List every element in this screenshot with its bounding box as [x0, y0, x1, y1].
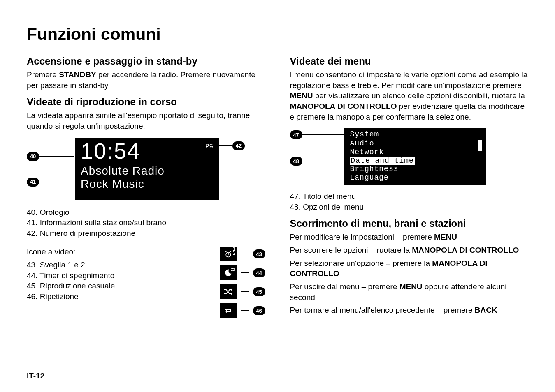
- zz-label: zz: [231, 267, 235, 272]
- menu-option: Network: [350, 148, 476, 157]
- lcd-track-line: Rock Music: [81, 178, 213, 191]
- key-label: BACK: [475, 306, 497, 314]
- paragraph-menu: I menu consentono di impostare le varie …: [290, 69, 529, 122]
- heading-standby: Accensione e passaggio in stand-by: [27, 55, 265, 67]
- lcd-screen: 10:54 P9 Absolute Radio Rock Music: [75, 138, 219, 200]
- key-standby: STANDBY: [59, 70, 96, 79]
- legend-item: 46. Ripetizione: [27, 291, 204, 302]
- instruction-line: Per tornare al menu/all'elenco precedent…: [290, 305, 529, 316]
- callout-bubble: 48: [290, 157, 302, 166]
- callout-line: [241, 291, 249, 292]
- instruction-line: Per selezionare un'opzione – premere la …: [290, 258, 529, 279]
- legend-item: 48. Opzioni del menu: [290, 202, 529, 212]
- icon-row-shuffle: 45: [220, 284, 265, 299]
- callout-line: [39, 156, 74, 157]
- callout-bubble: 44: [253, 268, 265, 277]
- legend-item: 40. Orologio: [27, 207, 265, 218]
- svg-line-3: [230, 251, 231, 252]
- text: Per scorrere le opzioni – ruotare la: [290, 246, 412, 254]
- right-column: Videate dei menu I menu consentono di im…: [290, 55, 529, 318]
- lcd-scrollbar: [478, 139, 482, 182]
- callout-line: [39, 182, 74, 182]
- instruction-line: Per modificare le impostazioni – premere…: [290, 232, 529, 242]
- key-control-knob: MANOPOLA DI CONTROLLO: [290, 102, 397, 111]
- legend-item: 44. Timer di spegnimento: [27, 270, 204, 281]
- legend-item: 43. Sveglia 1 e 2: [27, 260, 204, 270]
- key-menu: MENU: [290, 91, 313, 100]
- shuffle-icon: [220, 284, 237, 299]
- menu-option: Language: [350, 173, 476, 182]
- left-column: Accensione e passaggio in stand-by Preme…: [27, 55, 265, 318]
- text: Per modificare le impostazioni – premere: [290, 233, 434, 241]
- alarm-numbers: 1 2: [233, 247, 236, 255]
- alarm-icon: 1 2: [220, 247, 237, 261]
- callout-42: 42: [210, 141, 245, 150]
- sleep-timer-icon: zz: [220, 265, 237, 280]
- callout-line: [302, 134, 344, 135]
- text: Per selezionare un'opzione – premere la: [290, 259, 432, 267]
- icon-row-repeat: 46: [220, 303, 265, 318]
- heading-menu: Videate dei menu: [290, 55, 529, 67]
- callout-bubble: 43: [253, 249, 265, 258]
- paragraph-standby: Premere STANDBY per accendere la radio. …: [27, 69, 265, 90]
- callout-bubble: 42: [232, 141, 245, 150]
- instruction-line: Per uscire dal menu – premere MENU oppur…: [290, 281, 529, 302]
- callout-41: 41: [27, 178, 74, 187]
- page-footer: IT-12: [27, 371, 44, 380]
- lcd-menu-screen: System Audio Network Date and time Brigh…: [344, 128, 486, 185]
- legend-item: 45. Riproduzione casuale: [27, 281, 204, 291]
- page-title: Funzioni comuni: [27, 25, 528, 44]
- key-label: MANOPOLA DI CONTROLLO: [412, 246, 519, 254]
- lcd-nowplaying-diagram: 10:54 P9 Absolute Radio Rock Music 40 41…: [27, 138, 265, 200]
- heading-nowplaying: Videate di riproduzione in corso: [27, 96, 265, 108]
- instruction-line: Per scorrere le opzioni – ruotare la MAN…: [290, 245, 529, 256]
- callout-40: 40: [27, 152, 74, 161]
- lcd-menu-diagram: System Audio Network Date and time Brigh…: [290, 128, 529, 185]
- icon-row-sleep: zz 44: [220, 265, 265, 280]
- legend-43-46: 43. Sveglia 1 e 2 44. Timer di spegnimen…: [27, 260, 204, 302]
- callout-bubble: 45: [253, 287, 265, 296]
- callout-47: 47: [290, 130, 344, 139]
- legend-item: 42. Numero di preimpostazione: [27, 228, 265, 239]
- legend-item: 41. Informazioni sulla stazione/sul bran…: [27, 217, 265, 228]
- heading-scrolling: Scorrimento di menu, brani e stazioni: [290, 218, 529, 229]
- callout-bubble: 40: [27, 152, 39, 161]
- lcd-station-line: Absolute Radio: [81, 164, 213, 178]
- legend-40-42: 40. Orologio 41. Informazioni sulla staz…: [27, 207, 265, 239]
- scroll-instructions: Per modificare le impostazioni – premere…: [290, 232, 529, 315]
- callout-bubble: 47: [290, 130, 302, 139]
- callout-bubble: 41: [27, 178, 39, 187]
- text: Per tornare al menu/all'elenco precedent…: [290, 306, 475, 314]
- key-label: MENU: [434, 233, 457, 241]
- lcd-menu-title: System: [350, 130, 482, 138]
- icon-column: 1 2 43 zz 44 45: [220, 247, 265, 318]
- menu-option: Brightness: [350, 165, 476, 173]
- legend-item: 47. Titolo del menu: [290, 191, 529, 202]
- menu-option: Audio: [350, 139, 476, 148]
- callout-line: [241, 272, 249, 273]
- paragraph-nowplaying: La videata apparirà simile all'esempio r…: [27, 110, 265, 131]
- text: per visualizzare un elenco delle opzioni…: [313, 91, 525, 100]
- legend-47-48: 47. Titolo del menu 48. Opzioni del menu: [290, 191, 529, 212]
- menu-option-selected: Date and time: [350, 157, 415, 165]
- callout-line: [241, 310, 249, 311]
- repeat-icon: [220, 303, 237, 318]
- callout-line: [241, 254, 249, 254]
- callout-bubble: 46: [253, 306, 265, 315]
- text: I menu consentono di impostare le varie …: [290, 70, 528, 90]
- text: Premere: [27, 70, 59, 79]
- key-label: MENU: [399, 282, 423, 291]
- callout-line: [302, 161, 344, 161]
- text: Per uscire dal menu – premere: [290, 282, 399, 291]
- svg-line-2: [225, 251, 227, 252]
- icon-row-alarm: 1 2 43: [220, 247, 265, 261]
- screen-icons-section: Icone a video: 43. Sveglia 1 e 2 44. Tim…: [27, 247, 265, 318]
- callout-48: 48: [290, 157, 344, 166]
- lcd-menu-options: Audio Network Date and time Brightness L…: [350, 139, 476, 182]
- lcd-clock: 10:54: [81, 140, 140, 162]
- icons-intro: Icone a video:: [27, 247, 204, 257]
- callout-line: [210, 145, 232, 146]
